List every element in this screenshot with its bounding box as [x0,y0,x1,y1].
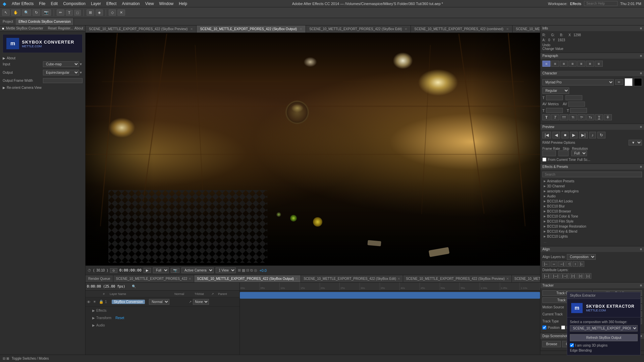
tool-camera[interactable]: 📷 [42,9,51,16]
align-header[interactable]: Align ≡ [540,246,644,252]
effects-presets-menu[interactable]: ≡ [640,165,642,169]
se-comp-select[interactable]: SCENE_10_METTLE_EXPORT_PRORES_422 [570,325,638,331]
comp-tab-2[interactable]: SCENE_10_METTLE_EXPORT_PRORES_422 (SkyBo… [306,25,411,33]
effects-item-9[interactable]: ▶ BCC10 Image Restoration [542,224,642,229]
toggle-switches-label[interactable]: Toggle Switches / Modes [12,357,49,360]
comp-tab-0[interactable]: SCENE_10_METTLE_EXPORT_PRORES_422 (SkyBo… [86,25,197,33]
align-bottom-btn[interactable]: |↓ [579,261,585,267]
transform-arrow[interactable]: ▶ [92,316,95,320]
character-header[interactable]: Character ≡ [540,70,644,76]
effects-search-input[interactable] [542,172,642,177]
menu-animation[interactable]: Animation [122,1,140,6]
sub-btn[interactable]: T₂ [586,114,594,120]
tl-tab-skybox-out-close[interactable]: ✕ [295,277,298,281]
prev-first-btn[interactable]: |◀ [542,132,551,138]
effects-item-1[interactable]: ▶ 3D Channel [542,184,642,189]
tl-tab-skybox-prev-close[interactable]: ✕ [506,277,509,281]
about-btn[interactable]: About [74,26,83,30]
viewer-quality-select[interactable]: Full [153,267,169,273]
from-current-check[interactable] [542,158,546,162]
dist-hcenter-btn[interactable]: |↔| [551,273,560,279]
tool-rotate[interactable]: ↻ [33,9,40,16]
reset-label[interactable]: Reset [115,316,124,320]
align-right-btn[interactable]: ≡ [560,61,568,67]
viewer-view-select[interactable]: 1 View [216,267,236,273]
align-menu[interactable]: ≡ [640,247,642,251]
align-to-select[interactable]: Composition [567,254,596,260]
reorient-row[interactable]: ▶ Re-orient Camera View [3,85,83,90]
register-btn[interactable]: Register... [58,26,73,30]
align-h-center-btn[interactable]: ↔ [551,261,557,267]
prev-play-btn[interactable]: ▶ [570,132,578,138]
effects-arrow[interactable]: ▶ [92,309,95,312]
align-v-center-btn[interactable]: ↕ [573,261,578,267]
menu-composition[interactable]: Composition [63,1,86,6]
tscale-input[interactable]: 100 % [546,108,563,113]
small-caps-btn[interactable]: Tt [569,114,577,120]
viewer-snapshot-btn[interactable]: 📷 [171,268,179,273]
effects-item-10[interactable]: ▶ BCC10 Key & Blend [542,229,642,234]
paragraph-menu[interactable]: ≡ [640,54,642,58]
align-left-edge-btn[interactable]: |← [542,261,550,267]
reset-btn[interactable]: Reset [48,26,57,30]
paragraph-header[interactable]: Paragraph ≡ [540,53,644,59]
tool-align[interactable]: ⊞ [87,9,94,16]
rotation-check[interactable] [561,325,565,329]
strike-btn[interactable]: T [604,114,612,120]
tracking-input[interactable]: 110 [568,102,585,107]
justify-center-btn[interactable]: ≡ [577,61,585,67]
tl-tab-skybox-output[interactable]: SCENE_10_METTLE_EXPORT_PRORES_422 (SkyBo… [194,275,301,282]
tool-extra1[interactable]: ◇ [109,9,116,16]
comp-tab-3-close[interactable]: ✕ [506,27,509,31]
search-help-input[interactable] [584,1,618,6]
fr-input[interactable]: (25) [542,150,556,156]
info-menu-icon[interactable]: ≡ [640,26,642,30]
timeline-ruler[interactable]: 00s 05s 10s 15s 20s 25s 30s 35s 40s 45s … [240,283,540,362]
font-select[interactable]: Myriad Pro [542,79,614,85]
tracker-menu[interactable]: ≡ [640,284,642,287]
prev-loop-btn[interactable]: ↻ [597,132,605,138]
dist-left-btn[interactable]: |←| [542,273,551,279]
tool-extra2[interactable]: ✕ [117,9,125,16]
align-left-btn[interactable]: ≡ [542,61,550,67]
dojo-browse-btn[interactable]: Browse [542,341,561,347]
bold-btn[interactable]: T [542,114,550,120]
layer-lock[interactable]: 🔒 [99,300,104,304]
tab-effect-controls[interactable]: Effect Controls SkyBox Conversion [16,18,73,25]
font-size-input[interactable]: 70 px [546,95,563,100]
prev-back-btn[interactable]: ◀ [552,132,560,138]
font-color-black[interactable] [634,78,642,86]
preview-menu[interactable]: ≡ [640,125,642,129]
output-select[interactable]: Equirectangular [43,70,79,75]
menu-file[interactable]: File [39,1,45,6]
menu-help[interactable]: Help [179,1,187,6]
align-center-btn[interactable]: ≡ [551,61,559,67]
tool-shape[interactable]: □ [74,10,81,16]
ram-options-select[interactable]: ▼ [629,140,642,145]
layer-parent-select[interactable]: None [193,299,209,305]
dist-top-btn[interactable]: |↑| [570,273,577,279]
layer-mode-select[interactable]: Normal [149,299,169,305]
style-select[interactable]: Regular [542,87,569,94]
character-menu[interactable]: ≡ [640,71,642,75]
tl-tab-skybox-edit-close[interactable]: ✕ [397,277,400,281]
tool-puppet[interactable]: ◈ [96,9,103,16]
tl-tab-skybox-output2[interactable]: SCENE_10_METTLE_EXPORT_PRORES_422 (SkyBo… [512,275,540,282]
menu-layer[interactable]: Layer [91,1,101,6]
comp-tab-1-close[interactable]: ✕ [300,27,302,31]
effects-item-0[interactable]: ▶ Animation Presets [542,179,642,184]
viewer-reset-btn[interactable]: ⊙ [110,268,117,273]
auto-leading-input[interactable]: Auto [566,95,582,100]
tl-search-icon[interactable]: 🔍 [132,285,136,288]
tl-tab-scene[interactable]: SCENE_10_METTLE_EXPORT_PRORES_422 ✕ [113,275,195,282]
align-top-btn[interactable]: ↑| [566,261,572,267]
tool-select[interactable]: ↖ [2,9,10,16]
font-color-swatch[interactable] [625,78,633,86]
menu-effect[interactable]: Effect [106,1,116,6]
layer-solo[interactable]: ☀ [93,300,98,304]
info-header[interactable]: Info ≡ [540,25,644,31]
effects-item-7[interactable]: ▶ BCC10 Color & Tone [542,214,642,219]
tool-hand[interactable]: ✋ [11,9,20,16]
justify-right-btn[interactable]: ≡ [586,61,594,67]
comp-tab-4[interactable]: SCENE_10_METTLE_EXPORT_PRORES_... ✕ [513,25,540,33]
